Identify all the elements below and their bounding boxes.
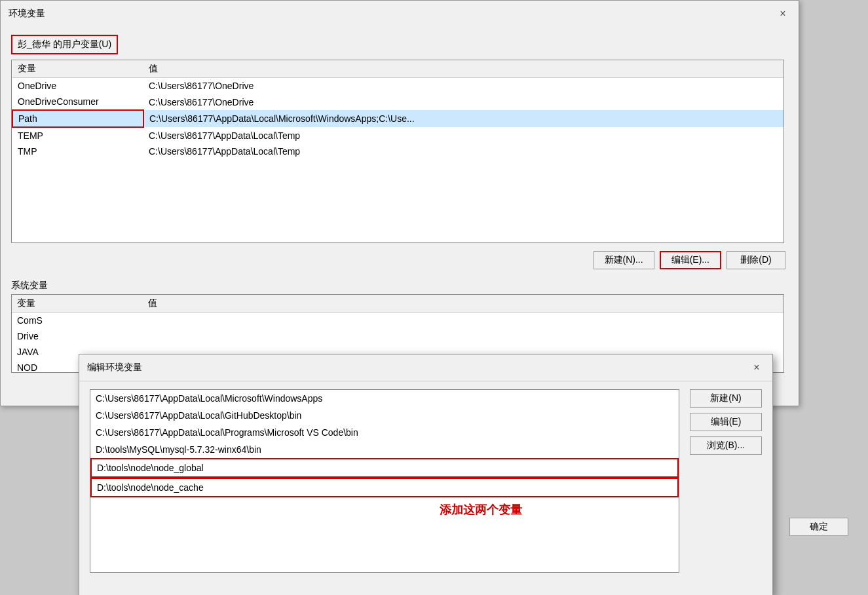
sys-val-cell bbox=[143, 313, 783, 329]
user-buttons-row: 新建(N)... 编辑(E)... 删除(D) bbox=[11, 251, 788, 269]
user-table-row[interactable]: OneDriveConsumerC:\Users\86177\OneDrive bbox=[12, 94, 783, 110]
sys-col-header-var: 变量 bbox=[12, 295, 143, 313]
edit-path-button[interactable]: 编辑(E) bbox=[690, 413, 762, 431]
user-table-row[interactable]: PathC:\Users\86177\AppData\Local\Microso… bbox=[12, 110, 783, 127]
user-var-cell: OneDrive bbox=[12, 78, 143, 94]
edit-dialog: 编辑环境变量 × C:\Users\86177\AppData\Local\Mi… bbox=[79, 354, 773, 595]
user-section-label: 彭_德华 的用户变量(U) bbox=[11, 35, 118, 54]
col-header-var: 变量 bbox=[12, 60, 143, 78]
main-titlebar: 环境变量 × bbox=[1, 1, 799, 27]
path-list-item[interactable]: C:\Users\86177\AppData\Local\Programs\Mi… bbox=[90, 424, 679, 441]
path-list-item[interactable]: D:\tools\node\node_cache bbox=[90, 478, 679, 497]
sys-table-row[interactable]: ComS bbox=[12, 313, 783, 329]
edit-close-button[interactable]: × bbox=[749, 360, 764, 375]
user-var-cell: OneDriveConsumer bbox=[12, 94, 143, 110]
user-env-table: 变量 值 OneDriveC:\Users\86177\OneDriveOneD… bbox=[12, 60, 783, 159]
user-val-cell: C:\Users\86177\AppData\Local\Temp bbox=[143, 144, 783, 159]
path-list-item[interactable]: D:\tools\node\node_global bbox=[90, 458, 679, 478]
user-val-cell: C:\Users\86177\AppData\Local\Microsoft\W… bbox=[143, 110, 783, 127]
delete-user-var-button[interactable]: 删除(D) bbox=[726, 251, 785, 269]
user-val-cell: C:\Users\86177\OneDrive bbox=[143, 78, 783, 94]
user-val-cell: C:\Users\86177\OneDrive bbox=[143, 94, 783, 110]
col-header-val: 值 bbox=[143, 60, 783, 78]
user-var-cell: TMP bbox=[12, 144, 143, 159]
user-var-cell: TEMP bbox=[12, 127, 143, 144]
ok-button[interactable]: 确定 bbox=[789, 518, 848, 536]
edit-titlebar: 编辑环境变量 × bbox=[79, 355, 772, 381]
sys-var-cell: Drive bbox=[12, 328, 143, 344]
user-table-row[interactable]: OneDriveC:\Users\86177\OneDrive bbox=[12, 78, 783, 94]
user-var-cell: Path bbox=[12, 110, 143, 127]
edit-button-column: 新建(N) 编辑(E) 浏览(B)... bbox=[690, 389, 762, 573]
main-close-button[interactable]: × bbox=[775, 6, 791, 22]
ok-button-container: 确定 bbox=[789, 518, 848, 536]
edit-user-var-button[interactable]: 编辑(E)... bbox=[660, 251, 721, 269]
new-user-var-button[interactable]: 新建(N)... bbox=[594, 251, 654, 269]
main-dialog: 环境变量 × 彭_德华 的用户变量(U) 变量 值 OneDriveC:\Use… bbox=[0, 0, 799, 406]
user-table-row[interactable]: TEMPC:\Users\86177\AppData\Local\Temp bbox=[12, 127, 783, 144]
main-content: 彭_德华 的用户变量(U) 变量 值 OneDriveC:\Users\8617… bbox=[1, 27, 799, 381]
sys-col-header-val: 值 bbox=[143, 295, 783, 313]
sys-table-row[interactable]: Drive bbox=[12, 328, 783, 344]
path-list-item[interactable]: C:\Users\86177\AppData\Local\Microsoft\W… bbox=[90, 390, 679, 407]
path-list: C:\Users\86177\AppData\Local\Microsoft\W… bbox=[90, 390, 679, 497]
sys-val-cell bbox=[143, 328, 783, 344]
new-path-button[interactable]: 新建(N) bbox=[690, 389, 762, 408]
user-env-table-container: 变量 值 OneDriveC:\Users\86177\OneDriveOneD… bbox=[11, 60, 784, 243]
browse-path-button[interactable]: 浏览(B)... bbox=[690, 436, 762, 455]
main-dialog-title: 环境变量 bbox=[9, 8, 45, 20]
edit-dialog-title: 编辑环境变量 bbox=[87, 362, 142, 374]
sys-var-cell: ComS bbox=[12, 313, 143, 329]
user-table-row[interactable]: TMPC:\Users\86177\AppData\Local\Temp bbox=[12, 144, 783, 159]
path-list-container[interactable]: C:\Users\86177\AppData\Local\Microsoft\W… bbox=[90, 389, 679, 573]
edit-content: C:\Users\86177\AppData\Local\Microsoft\W… bbox=[79, 381, 772, 581]
sys-section-label: 系统变量 bbox=[11, 280, 788, 292]
annotation-text: 添加这两个变量 bbox=[440, 502, 522, 518]
user-val-cell: C:\Users\86177\AppData\Local\Temp bbox=[143, 127, 783, 144]
path-list-item[interactable]: D:\tools\MySQL\mysql-5.7.32-winx64\bin bbox=[90, 441, 679, 458]
path-list-item[interactable]: C:\Users\86177\AppData\Local\GitHubDeskt… bbox=[90, 407, 679, 424]
